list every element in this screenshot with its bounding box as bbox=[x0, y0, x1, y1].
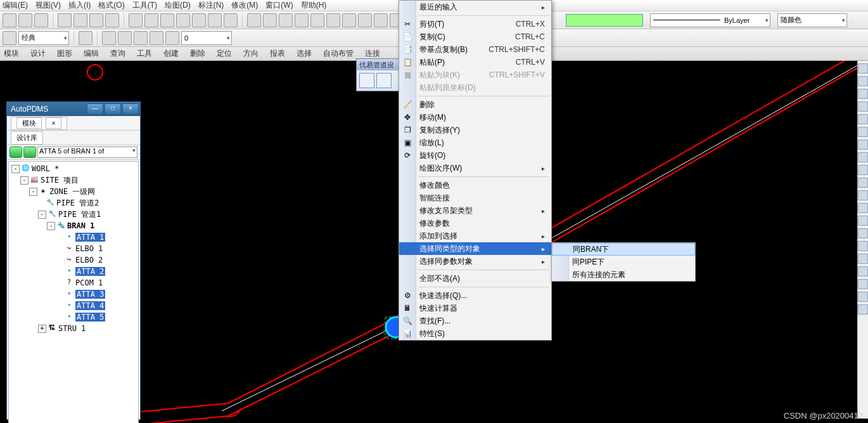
menu-dim[interactable]: 标注(N) bbox=[198, 0, 224, 11]
rtool-10[interactable] bbox=[858, 178, 868, 188]
cm-addtosel[interactable]: 添加到选择▸ bbox=[399, 230, 551, 242]
scheme-selector[interactable]: 经典 bbox=[18, 31, 69, 45]
cm-cut[interactable]: ✂ 剪切(T)CTRL+X bbox=[399, 18, 551, 30]
floating-panel[interactable]: 优易管道设计 bbox=[356, 58, 400, 91]
sm-same-pipe[interactable]: 同PIPE下 bbox=[552, 256, 695, 268]
layer-icon[interactable] bbox=[247, 13, 261, 27]
rtool-1[interactable] bbox=[858, 63, 868, 74]
menu-insert[interactable]: 插入(I) bbox=[68, 0, 91, 11]
cm-smartconn[interactable]: 智能连接 bbox=[399, 192, 551, 204]
tree-node-atta4[interactable]: 🔹 ATTA 4 bbox=[9, 300, 138, 311]
tab-autoroute[interactable]: 自动布管 bbox=[323, 48, 354, 59]
nav-fwd-button[interactable] bbox=[23, 146, 36, 158]
menu-help[interactable]: 帮助(H) bbox=[301, 0, 327, 11]
rtool-13[interactable] bbox=[858, 216, 868, 226]
menu-edit[interactable]: 编辑(E) bbox=[3, 0, 28, 11]
text-icon[interactable] bbox=[310, 13, 324, 27]
sm-same-bran[interactable]: 同BRAN下 bbox=[552, 243, 695, 256]
cm-copy[interactable]: 📄 复制(C)CTRL+C bbox=[399, 30, 551, 43]
expander-icon[interactable]: - bbox=[47, 222, 55, 230]
tab-direction[interactable]: 方向 bbox=[243, 48, 258, 59]
design-tab[interactable]: 设计库 bbox=[11, 131, 43, 145]
tab-position[interactable]: 定位 bbox=[217, 48, 232, 59]
tab-select[interactable]: 选择 bbox=[297, 48, 312, 59]
maximize-button[interactable]: □ bbox=[105, 103, 121, 115]
layer-number-selector[interactable]: 0 bbox=[181, 31, 232, 45]
panel-btn-2[interactable] bbox=[376, 73, 392, 88]
tree-node-pcom1[interactable]: ? PCOM 1 bbox=[9, 277, 138, 289]
menu-modify[interactable]: 修改(M) bbox=[231, 0, 258, 11]
rtool-17[interactable] bbox=[858, 266, 868, 277]
bulb1-icon[interactable] bbox=[102, 31, 116, 45]
context-submenu[interactable]: 同BRAN下 同PIPE下 所有连接的元素 bbox=[551, 242, 696, 282]
rtool-19[interactable] bbox=[858, 292, 868, 302]
bulb2-icon[interactable] bbox=[118, 31, 132, 45]
menu-window[interactable]: 窗口(W) bbox=[265, 0, 293, 11]
cm-properties[interactable]: 📊 特性(S) bbox=[399, 327, 551, 340]
rtool-4[interactable] bbox=[858, 101, 868, 112]
rtool-15[interactable] bbox=[858, 241, 868, 251]
menu-format[interactable]: 格式(O) bbox=[98, 0, 124, 11]
design-tree-panel[interactable]: AutoPDMS — □ × 模块 × 设计库 ATTA 5 of BRAN 1… bbox=[6, 101, 141, 420]
sm-all-connected[interactable]: 所有连接的元素 bbox=[552, 268, 695, 281]
tree-node-site[interactable]: - 🏭 SITE 项目 bbox=[9, 174, 138, 186]
redo-icon[interactable] bbox=[144, 13, 158, 27]
save-icon[interactable] bbox=[34, 13, 48, 27]
lock-icon[interactable] bbox=[150, 31, 163, 45]
menu-view[interactable]: 视图(V) bbox=[35, 0, 61, 11]
rtool-8[interactable] bbox=[858, 152, 868, 162]
rtool-18[interactable] bbox=[858, 279, 868, 289]
cm-modcolor[interactable]: 修改颜色 bbox=[399, 179, 551, 192]
rtool-16[interactable] bbox=[858, 254, 868, 264]
tab-graphics[interactable]: 图形 bbox=[57, 48, 72, 59]
cm-modparam[interactable]: 修改参数 bbox=[399, 217, 551, 230]
close-button[interactable]: × bbox=[122, 103, 139, 115]
tab-tools[interactable]: 工具 bbox=[137, 48, 152, 59]
dim-icon[interactable] bbox=[295, 13, 309, 27]
cm-quicksel[interactable]: ⚙ 快速选择(Q)... bbox=[399, 289, 551, 302]
tree-node-pipe1[interactable]: - 🔧 PIPE 管道1 bbox=[9, 209, 138, 220]
tree-node-stru1[interactable]: + 🏗 STRU 1 bbox=[9, 323, 138, 334]
tree-node-elbo1[interactable]: ↪ ELBO 1 bbox=[9, 243, 138, 254]
table-icon[interactable] bbox=[326, 13, 340, 27]
tab-module[interactable]: 模块 bbox=[4, 48, 19, 59]
tab-create[interactable]: 创建 bbox=[163, 48, 179, 59]
tree-node-atta5[interactable]: 🔹 ATTA 5 bbox=[9, 311, 138, 323]
nav-back-button[interactable] bbox=[10, 146, 22, 158]
tree-node-worl[interactable]: - 🌐 WORL * bbox=[9, 163, 138, 174]
tree-node-pipe2[interactable]: 🔧 PIPE 管道2 bbox=[9, 197, 138, 209]
cm-paste[interactable]: 📋 粘贴(P)CTRL+V bbox=[399, 56, 551, 68]
gear-icon[interactable] bbox=[3, 31, 16, 45]
menu-draw[interactable]: 绘图(D) bbox=[165, 0, 191, 11]
cm-move[interactable]: ✥ 移动(M) bbox=[399, 111, 551, 124]
expander-icon[interactable]: - bbox=[11, 165, 20, 173]
rtool-3[interactable] bbox=[858, 89, 868, 99]
calc-icon[interactable] bbox=[358, 13, 372, 27]
cm-delete[interactable]: 🧹 删除 bbox=[399, 98, 551, 111]
search-box[interactable] bbox=[566, 14, 643, 27]
cm-selparam[interactable]: 选择同参数对象▸ bbox=[399, 255, 551, 268]
design-tree[interactable]: - 🌐 WORL * - 🏭 SITE 项目 - ◈ ZONE 一级网 🔧 PI… bbox=[8, 161, 139, 423]
open-icon[interactable] bbox=[18, 13, 32, 27]
rtool-12[interactable] bbox=[858, 203, 868, 213]
cm-find[interactable]: 🔍 查找(F)... bbox=[399, 315, 551, 327]
undo-icon[interactable] bbox=[129, 13, 143, 27]
module-tab-close[interactable]: × bbox=[46, 117, 61, 129]
stack-icon[interactable] bbox=[79, 31, 93, 45]
tab-design[interactable]: 设计 bbox=[30, 48, 46, 59]
expander-icon[interactable]: - bbox=[20, 176, 29, 185]
cm-quickcalc[interactable]: 🖩 快速计算器 bbox=[399, 302, 551, 315]
minimize-button[interactable]: — bbox=[87, 103, 103, 115]
tab-edit[interactable]: 编辑 bbox=[84, 48, 99, 59]
cm-copy-base[interactable]: 📑 带基点复制(B)CTRL+SHIFT+C bbox=[399, 43, 551, 56]
cut-icon[interactable] bbox=[73, 13, 87, 27]
expander-icon[interactable]: - bbox=[29, 188, 37, 196]
tree-node-bran1[interactable]: - 🔩 BRAN 1 bbox=[9, 220, 138, 231]
hatch-icon[interactable] bbox=[342, 13, 356, 27]
tree-node-atta3[interactable]: 🔹 ATTA 3 bbox=[9, 289, 138, 300]
paste-icon[interactable] bbox=[105, 13, 119, 27]
menu-tools[interactable]: 工具(T) bbox=[132, 0, 157, 11]
breadcrumb[interactable]: ATTA 5 of BRAN 1 of bbox=[37, 146, 137, 158]
tool-a-icon[interactable] bbox=[374, 13, 388, 27]
zoom-icon[interactable] bbox=[192, 13, 206, 27]
